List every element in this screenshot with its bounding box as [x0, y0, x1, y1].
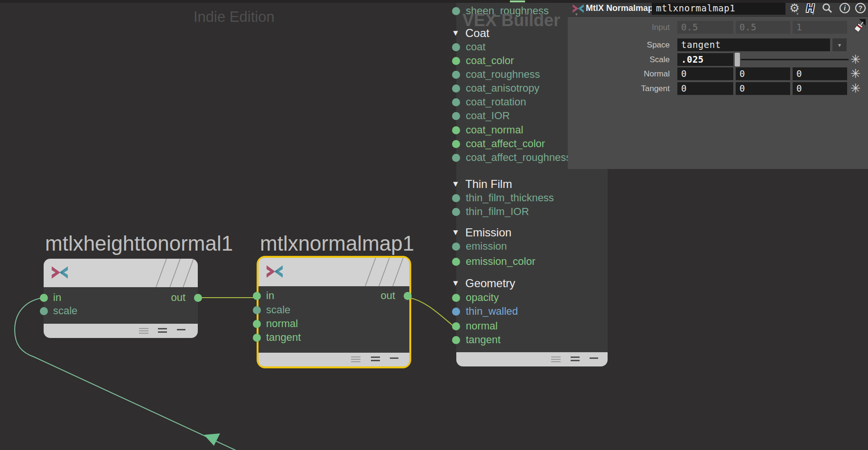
- two-lines-icon[interactable]: [371, 356, 380, 363]
- info-icon[interactable]: i: [838, 1, 851, 15]
- node-footer[interactable]: [44, 324, 198, 338]
- param-port-dot[interactable]: [452, 258, 460, 266]
- three-lines-icon[interactable]: [351, 356, 360, 364]
- param-section-Emission[interactable]: ▼Emission: [452, 226, 511, 239]
- node-footer[interactable]: [259, 353, 409, 366]
- param-port-dot[interactable]: [452, 294, 460, 302]
- node-heighttonormal[interactable]: inscaleout: [44, 259, 198, 338]
- param-port-dot[interactable]: [452, 322, 460, 330]
- param-port-dot[interactable]: [452, 98, 460, 106]
- param-port-dot[interactable]: [452, 194, 460, 202]
- port-dot-scale[interactable]: [40, 307, 48, 315]
- param-label: coat_rotation: [466, 96, 526, 108]
- node-normalmap-selected[interactable]: inscalenormaltangentout: [257, 256, 411, 368]
- param-label: tangent: [466, 334, 500, 346]
- one-line-icon[interactable]: [177, 329, 185, 330]
- param-port-dot[interactable]: [452, 126, 460, 134]
- port-label-scale: scale: [53, 305, 77, 317]
- collapse-caret-icon[interactable]: ▼: [452, 279, 460, 288]
- normal-y-field[interactable]: 0: [736, 67, 790, 80]
- param-row-emission_color[interactable]: emission_color: [452, 255, 536, 268]
- wire-normalmap-to-surface-normal[interactable]: [408, 298, 453, 326]
- tangent-z-field[interactable]: 0: [793, 82, 847, 95]
- clipped-label-fragment: [510, 0, 525, 2]
- help-icon[interactable]: ?: [854, 1, 867, 15]
- tangent-x-field[interactable]: 0: [677, 82, 733, 95]
- port-dot-normal[interactable]: [253, 320, 261, 328]
- param-row-coat_anisotropy[interactable]: coat_anisotropy: [452, 82, 539, 95]
- param-port-dot[interactable]: [452, 140, 460, 148]
- param-row-coat_IOR[interactable]: coat_IOR: [452, 109, 510, 122]
- space-label: Space: [570, 40, 670, 50]
- param-row-thin_film_IOR[interactable]: thin_film_IOR: [452, 205, 529, 218]
- param-row-tangent[interactable]: tangent: [452, 333, 500, 347]
- node-type-menu-caret[interactable]: ▾: [575, 12, 578, 17]
- param-port-dot[interactable]: [452, 208, 460, 216]
- port-dot-in[interactable]: [40, 294, 48, 302]
- gear-icon[interactable]: ✳: [850, 82, 861, 94]
- space-dropdown-button[interactable]: ▾: [832, 38, 847, 51]
- port-dot-tangent[interactable]: [253, 334, 261, 342]
- param-row-thin_walled[interactable]: thin_walled: [452, 305, 518, 318]
- param-row-coat_roughness[interactable]: coat_roughness: [452, 68, 540, 81]
- param-port-dot[interactable]: [452, 243, 460, 251]
- input-y-field: 0.5: [736, 21, 790, 34]
- param-row-coat_affect_color[interactable]: coat_affect_color: [452, 137, 545, 150]
- section-label: Geometry: [465, 277, 515, 290]
- param-row-coat_normal[interactable]: coat_normal: [452, 123, 523, 137]
- port-dot-out[interactable]: [404, 292, 412, 300]
- normal-z-field[interactable]: 0: [793, 67, 847, 80]
- param-row-coat_rotation[interactable]: coat_rotation: [452, 95, 526, 109]
- param-port-dot[interactable]: [452, 112, 460, 120]
- param-label: thin_film_thickness: [466, 192, 554, 204]
- three-lines-icon[interactable]: [139, 328, 148, 335]
- gear-icon[interactable]: ✳: [850, 67, 861, 80]
- param-row-emission[interactable]: emission: [452, 240, 507, 253]
- param-port-dot[interactable]: [452, 57, 460, 65]
- param-row-coat_color[interactable]: coat_color: [452, 54, 514, 67]
- port-dot-in[interactable]: [253, 292, 261, 300]
- three-lines-icon[interactable]: [551, 356, 561, 364]
- node-header[interactable]: [44, 259, 198, 287]
- port-label-normal: normal: [266, 318, 298, 330]
- param-row-coat_affect_roughness[interactable]: coat_affect_roughness: [452, 151, 571, 164]
- two-lines-icon[interactable]: [158, 328, 167, 335]
- connector-plug-icon[interactable]: [850, 19, 866, 35]
- param-port-dot[interactable]: [452, 71, 460, 79]
- one-line-icon[interactable]: [390, 357, 398, 359]
- collapse-caret-icon[interactable]: ▼: [452, 179, 460, 189]
- node-name-input[interactable]: mtlxnormalmap1: [652, 2, 785, 15]
- scale-slider-handle[interactable]: [735, 53, 740, 66]
- port-label-tangent: tangent: [266, 331, 301, 344]
- param-port-dot[interactable]: [452, 43, 460, 51]
- param-row-coat[interactable]: coat: [452, 40, 486, 54]
- collapse-caret-icon[interactable]: ▼: [452, 28, 460, 38]
- param-row-normal[interactable]: normal: [452, 319, 498, 333]
- port-dot-scale[interactable]: [253, 306, 261, 314]
- scale-slider-track[interactable]: [741, 59, 849, 60]
- param-port-dot[interactable]: [452, 7, 460, 15]
- param-port-dot[interactable]: [452, 308, 460, 316]
- gear-icon[interactable]: ✳: [850, 53, 861, 66]
- search-icon[interactable]: [821, 1, 834, 15]
- one-line-icon[interactable]: [590, 357, 598, 359]
- gear-menu-icon[interactable]: ⚙: [788, 1, 801, 15]
- two-lines-icon[interactable]: [571, 356, 580, 363]
- houdini-help-icon[interactable]: H: [803, 1, 817, 15]
- port-dot-out[interactable]: [194, 294, 202, 302]
- port-label-out: out: [380, 290, 395, 302]
- node-header[interactable]: [259, 258, 409, 286]
- space-dropdown[interactable]: tangent: [677, 38, 830, 51]
- tangent-y-field[interactable]: 0: [736, 82, 790, 95]
- param-row-thin_film_thickness[interactable]: thin_film_thickness: [452, 191, 554, 205]
- node-footer[interactable]: [456, 352, 608, 366]
- scale-field[interactable]: .025: [677, 53, 733, 66]
- param-port-dot[interactable]: [452, 84, 460, 93]
- param-row-opacity[interactable]: opacity: [452, 291, 499, 304]
- normal-x-field[interactable]: 0: [677, 67, 733, 80]
- param-port-dot[interactable]: [452, 336, 460, 344]
- param-section-Thin Film[interactable]: ▼Thin Film: [452, 178, 512, 191]
- param-port-dot[interactable]: [452, 154, 460, 162]
- collapse-caret-icon[interactable]: ▼: [452, 228, 460, 237]
- param-section-Geometry[interactable]: ▼Geometry: [452, 277, 515, 290]
